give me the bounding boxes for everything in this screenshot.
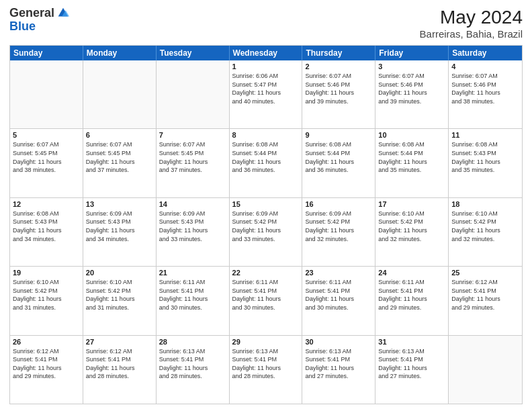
calendar-header-day: Wednesday [230,46,303,60]
day-number: 10 [378,131,445,139]
calendar-header: SundayMondayTuesdayWednesdayThursdayFrid… [10,46,522,60]
day-info: Sunrise: 6:08 AM Sunset: 5:43 PM Dayligh… [13,210,80,243]
calendar-cell: 5Sunrise: 6:07 AM Sunset: 5:45 PM Daylig… [10,129,83,197]
calendar-cell: 12Sunrise: 6:08 AM Sunset: 5:43 PM Dayli… [10,198,83,266]
day-number: 28 [159,338,226,346]
day-info: Sunrise: 6:07 AM Sunset: 5:46 PM Dayligh… [451,72,519,105]
day-number: 15 [232,200,300,208]
calendar-header-day: Tuesday [157,46,230,60]
day-number: 5 [13,131,80,139]
calendar-header-day: Sunday [10,46,83,60]
calendar: SundayMondayTuesdayWednesdayThursdayFrid… [9,45,523,404]
calendar-row: 1Sunrise: 6:06 AM Sunset: 5:47 PM Daylig… [10,60,522,128]
day-info: Sunrise: 6:09 AM Sunset: 5:43 PM Dayligh… [159,210,226,243]
day-number: 18 [451,200,519,208]
calendar-row: 26Sunrise: 6:12 AM Sunset: 5:41 PM Dayli… [10,335,522,404]
day-number: 16 [305,200,372,208]
calendar-cell: 14Sunrise: 6:09 AM Sunset: 5:43 PM Dayli… [157,198,230,266]
day-info: Sunrise: 6:08 AM Sunset: 5:44 PM Dayligh… [378,140,445,174]
day-info: Sunrise: 6:13 AM Sunset: 5:41 PM Dayligh… [159,347,226,381]
day-info: Sunrise: 6:07 AM Sunset: 5:45 PM Dayligh… [159,140,226,174]
calendar-header-day: Thursday [302,46,375,60]
calendar-row: 12Sunrise: 6:08 AM Sunset: 5:43 PM Dayli… [10,197,522,266]
logo: General Blue [9,7,71,34]
day-info: Sunrise: 6:09 AM Sunset: 5:42 PM Dayligh… [232,210,300,243]
day-info: Sunrise: 6:10 AM Sunset: 5:42 PM Dayligh… [86,278,153,312]
day-number: 7 [159,131,226,139]
day-info: Sunrise: 6:08 AM Sunset: 5:44 PM Dayligh… [232,140,300,174]
main-title: May 2024 [420,7,523,28]
day-info: Sunrise: 6:11 AM Sunset: 5:41 PM Dayligh… [232,278,300,312]
calendar-cell: 19Sunrise: 6:10 AM Sunset: 5:42 PM Dayli… [10,267,83,334]
day-number: 4 [451,62,519,71]
day-info: Sunrise: 6:09 AM Sunset: 5:42 PM Dayligh… [305,210,372,243]
calendar-cell [157,60,230,128]
calendar-cell: 4Sunrise: 6:07 AM Sunset: 5:46 PM Daylig… [449,60,522,128]
day-number: 11 [451,131,519,139]
day-info: Sunrise: 6:11 AM Sunset: 5:41 PM Dayligh… [378,278,445,312]
calendar-row: 19Sunrise: 6:10 AM Sunset: 5:42 PM Dayli… [10,266,522,334]
calendar-cell: 11Sunrise: 6:08 AM Sunset: 5:43 PM Dayli… [449,129,522,197]
day-number: 19 [13,269,80,277]
calendar-cell: 28Sunrise: 6:13 AM Sunset: 5:41 PM Dayli… [157,336,230,404]
calendar-cell: 3Sunrise: 6:07 AM Sunset: 5:46 PM Daylig… [375,60,449,128]
logo-blue: Blue [9,20,71,34]
day-number: 1 [232,62,300,71]
day-number: 13 [86,200,153,208]
calendar-row: 5Sunrise: 6:07 AM Sunset: 5:45 PM Daylig… [10,128,522,197]
calendar-cell: 27Sunrise: 6:12 AM Sunset: 5:41 PM Dayli… [83,336,157,404]
calendar-cell: 9Sunrise: 6:08 AM Sunset: 5:44 PM Daylig… [302,129,375,197]
day-info: Sunrise: 6:08 AM Sunset: 5:44 PM Dayligh… [305,140,372,174]
calendar-cell: 7Sunrise: 6:07 AM Sunset: 5:45 PM Daylig… [157,129,230,197]
day-number: 27 [86,338,153,346]
day-number: 23 [305,269,372,277]
day-info: Sunrise: 6:07 AM Sunset: 5:46 PM Dayligh… [378,72,445,105]
day-info: Sunrise: 6:10 AM Sunset: 5:42 PM Dayligh… [13,278,80,312]
calendar-cell: 18Sunrise: 6:10 AM Sunset: 5:42 PM Dayli… [449,198,522,266]
day-number: 9 [305,131,372,139]
logo-general: General [9,7,54,20]
day-info: Sunrise: 6:09 AM Sunset: 5:43 PM Dayligh… [86,210,153,243]
calendar-cell: 30Sunrise: 6:13 AM Sunset: 5:41 PM Dayli… [302,336,375,404]
day-number: 24 [378,269,445,277]
day-info: Sunrise: 6:11 AM Sunset: 5:41 PM Dayligh… [159,278,226,312]
calendar-cell: 13Sunrise: 6:09 AM Sunset: 5:43 PM Dayli… [83,198,157,266]
calendar-cell: 26Sunrise: 6:12 AM Sunset: 5:41 PM Dayli… [10,336,83,404]
day-number: 31 [378,338,445,346]
day-info: Sunrise: 6:12 AM Sunset: 5:41 PM Dayligh… [13,347,80,381]
day-info: Sunrise: 6:13 AM Sunset: 5:41 PM Dayligh… [378,347,445,381]
calendar-cell: 17Sunrise: 6:10 AM Sunset: 5:42 PM Dayli… [375,198,449,266]
page: General Blue May 2024 Barreiras, Bahia, … [0,0,532,411]
calendar-cell: 24Sunrise: 6:11 AM Sunset: 5:41 PM Dayli… [375,267,449,334]
subtitle: Barreiras, Bahia, Brazil [420,28,523,40]
day-info: Sunrise: 6:06 AM Sunset: 5:47 PM Dayligh… [232,72,300,105]
day-number: 30 [305,338,372,346]
calendar-body: 1Sunrise: 6:06 AM Sunset: 5:47 PM Daylig… [10,60,522,404]
calendar-cell [83,60,157,128]
calendar-cell: 6Sunrise: 6:07 AM Sunset: 5:45 PM Daylig… [83,129,157,197]
day-number: 25 [451,269,519,277]
calendar-cell: 31Sunrise: 6:13 AM Sunset: 5:41 PM Dayli… [375,336,449,404]
day-info: Sunrise: 6:10 AM Sunset: 5:42 PM Dayligh… [451,210,519,243]
day-info: Sunrise: 6:11 AM Sunset: 5:41 PM Dayligh… [305,278,372,312]
day-number: 22 [232,269,300,277]
calendar-cell: 25Sunrise: 6:12 AM Sunset: 5:41 PM Dayli… [449,267,522,334]
day-info: Sunrise: 6:13 AM Sunset: 5:41 PM Dayligh… [305,347,372,381]
header: General Blue May 2024 Barreiras, Bahia, … [9,7,523,40]
logo-text: General Blue [9,7,71,34]
day-number: 21 [159,269,226,277]
day-number: 3 [378,62,445,71]
logo-icon [56,5,71,20]
calendar-cell: 2Sunrise: 6:07 AM Sunset: 5:46 PM Daylig… [302,60,375,128]
day-number: 17 [378,200,445,208]
day-info: Sunrise: 6:07 AM Sunset: 5:45 PM Dayligh… [86,140,153,174]
calendar-cell [10,60,83,128]
day-info: Sunrise: 6:13 AM Sunset: 5:41 PM Dayligh… [232,347,300,381]
day-number: 29 [232,338,300,346]
calendar-cell: 8Sunrise: 6:08 AM Sunset: 5:44 PM Daylig… [230,129,303,197]
day-info: Sunrise: 6:07 AM Sunset: 5:46 PM Dayligh… [305,72,372,105]
calendar-cell: 10Sunrise: 6:08 AM Sunset: 5:44 PM Dayli… [375,129,449,197]
calendar-cell: 29Sunrise: 6:13 AM Sunset: 5:41 PM Dayli… [230,336,303,404]
calendar-header-day: Saturday [449,46,522,60]
calendar-cell: 1Sunrise: 6:06 AM Sunset: 5:47 PM Daylig… [230,60,303,128]
